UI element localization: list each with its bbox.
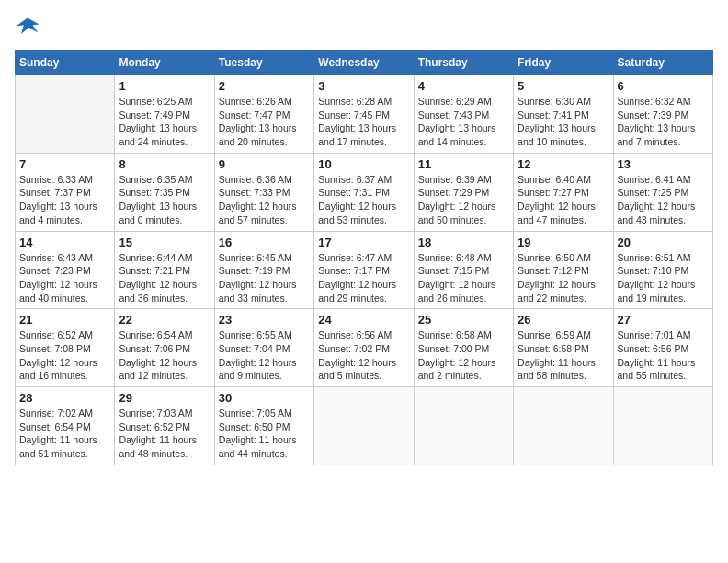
day-info: Sunrise: 6:50 AMSunset: 7:12 PMDaylight:…	[518, 251, 609, 305]
day-of-week-header: Saturday	[613, 51, 712, 75]
day-of-week-header: Tuesday	[214, 51, 313, 75]
day-info: Sunrise: 6:55 AMSunset: 7:04 PMDaylight:…	[219, 328, 310, 383]
page-header	[15, 15, 713, 40]
day-of-week-header: Thursday	[414, 51, 513, 75]
day-info: Sunrise: 6:41 AMSunset: 7:25 PMDaylight:…	[618, 173, 709, 227]
calendar-cell: 28Sunrise: 7:02 AMSunset: 6:54 PMDayligh…	[16, 387, 115, 465]
calendar-week-row: 21Sunrise: 6:52 AMSunset: 7:08 PMDayligh…	[16, 309, 713, 387]
day-info: Sunrise: 7:05 AMSunset: 6:50 PMDaylight:…	[219, 407, 310, 461]
day-number: 17	[318, 236, 409, 249]
calendar-cell: 12Sunrise: 6:40 AMSunset: 7:27 PMDayligh…	[514, 153, 613, 231]
calendar-header-row: SundayMondayTuesdayWednesdayThursdayFrid…	[16, 51, 713, 75]
calendar-cell: 6Sunrise: 6:32 AMSunset: 7:39 PMDaylight…	[613, 75, 712, 154]
calendar-cell: 8Sunrise: 6:35 AMSunset: 7:35 PMDaylight…	[115, 153, 214, 231]
day-info: Sunrise: 6:30 AMSunset: 7:41 PMDaylight:…	[518, 95, 609, 149]
day-info: Sunrise: 6:48 AMSunset: 7:15 PMDaylight:…	[418, 251, 509, 305]
day-info: Sunrise: 6:44 AMSunset: 7:21 PMDaylight:…	[119, 251, 210, 305]
day-of-week-header: Friday	[514, 51, 613, 75]
day-number: 13	[618, 157, 709, 171]
day-number: 30	[219, 391, 310, 405]
day-number: 3	[318, 79, 409, 93]
day-of-week-header: Monday	[115, 51, 214, 75]
day-info: Sunrise: 6:51 AMSunset: 7:10 PMDaylight:…	[618, 251, 709, 305]
day-number: 18	[418, 236, 509, 249]
logo-bird-icon	[15, 15, 40, 40]
day-number: 20	[618, 236, 709, 249]
calendar-cell: 3Sunrise: 6:28 AMSunset: 7:45 PMDaylight…	[314, 75, 414, 154]
day-info: Sunrise: 7:01 AMSunset: 6:56 PMDaylight:…	[618, 328, 709, 383]
day-info: Sunrise: 6:47 AMSunset: 7:17 PMDaylight:…	[318, 251, 409, 305]
calendar-cell: 17Sunrise: 6:47 AMSunset: 7:17 PMDayligh…	[314, 231, 414, 309]
svg-marker-0	[16, 18, 39, 35]
day-number: 21	[19, 313, 110, 327]
day-number: 10	[318, 157, 409, 171]
day-number: 12	[518, 157, 609, 171]
day-info: Sunrise: 6:32 AMSunset: 7:39 PMDaylight:…	[618, 95, 709, 149]
calendar-cell: 16Sunrise: 6:45 AMSunset: 7:19 PMDayligh…	[214, 231, 313, 309]
day-info: Sunrise: 6:33 AMSunset: 7:37 PMDaylight:…	[19, 173, 110, 227]
day-number: 15	[119, 236, 210, 249]
day-number: 11	[418, 157, 509, 171]
day-number: 16	[219, 236, 310, 249]
calendar-cell: 20Sunrise: 6:51 AMSunset: 7:10 PMDayligh…	[613, 231, 712, 309]
day-number: 14	[19, 236, 110, 249]
day-number: 26	[518, 313, 609, 327]
day-info: Sunrise: 6:52 AMSunset: 7:08 PMDaylight:…	[19, 328, 110, 383]
calendar-cell: 10Sunrise: 6:37 AMSunset: 7:31 PMDayligh…	[314, 153, 414, 231]
logo	[15, 15, 44, 40]
calendar-cell: 18Sunrise: 6:48 AMSunset: 7:15 PMDayligh…	[414, 231, 513, 309]
calendar-week-row: 28Sunrise: 7:02 AMSunset: 6:54 PMDayligh…	[16, 387, 713, 465]
day-number: 28	[19, 391, 110, 405]
calendar-week-row: 7Sunrise: 6:33 AMSunset: 7:37 PMDaylight…	[16, 153, 713, 231]
day-number: 1	[119, 79, 210, 93]
day-number: 27	[618, 313, 709, 327]
day-number: 5	[518, 79, 609, 93]
calendar-cell: 22Sunrise: 6:54 AMSunset: 7:06 PMDayligh…	[115, 309, 214, 387]
day-info: Sunrise: 6:56 AMSunset: 7:02 PMDaylight:…	[318, 328, 409, 383]
calendar-cell: 15Sunrise: 6:44 AMSunset: 7:21 PMDayligh…	[115, 231, 214, 309]
day-info: Sunrise: 6:45 AMSunset: 7:19 PMDaylight:…	[219, 251, 310, 305]
day-number: 19	[518, 236, 609, 249]
day-number: 25	[418, 313, 509, 327]
day-number: 6	[618, 79, 709, 93]
day-number: 8	[119, 157, 210, 171]
calendar-cell: 9Sunrise: 6:36 AMSunset: 7:33 PMDaylight…	[214, 153, 313, 231]
calendar-cell: 24Sunrise: 6:56 AMSunset: 7:02 PMDayligh…	[314, 309, 414, 387]
calendar-table: SundayMondayTuesdayWednesdayThursdayFrid…	[15, 50, 713, 465]
calendar-cell: 13Sunrise: 6:41 AMSunset: 7:25 PMDayligh…	[613, 153, 712, 231]
day-info: Sunrise: 6:37 AMSunset: 7:31 PMDaylight:…	[318, 173, 409, 227]
calendar-cell	[16, 75, 115, 154]
calendar-cell	[613, 387, 712, 465]
calendar-week-row: 1Sunrise: 6:25 AMSunset: 7:49 PMDaylight…	[16, 75, 713, 154]
calendar-cell	[314, 387, 414, 465]
calendar-cell: 27Sunrise: 7:01 AMSunset: 6:56 PMDayligh…	[613, 309, 712, 387]
calendar-cell	[414, 387, 513, 465]
day-info: Sunrise: 6:26 AMSunset: 7:47 PMDaylight:…	[219, 95, 310, 149]
day-info: Sunrise: 6:28 AMSunset: 7:45 PMDaylight:…	[318, 95, 409, 149]
calendar-week-row: 14Sunrise: 6:43 AMSunset: 7:23 PMDayligh…	[16, 231, 713, 309]
day-number: 22	[119, 313, 210, 327]
day-info: Sunrise: 6:40 AMSunset: 7:27 PMDaylight:…	[518, 173, 609, 227]
calendar-cell: 1Sunrise: 6:25 AMSunset: 7:49 PMDaylight…	[115, 75, 214, 154]
day-info: Sunrise: 6:25 AMSunset: 7:49 PMDaylight:…	[119, 95, 210, 149]
calendar-cell	[514, 387, 613, 465]
calendar-cell: 19Sunrise: 6:50 AMSunset: 7:12 PMDayligh…	[514, 231, 613, 309]
day-info: Sunrise: 6:29 AMSunset: 7:43 PMDaylight:…	[418, 95, 509, 149]
calendar-cell: 21Sunrise: 6:52 AMSunset: 7:08 PMDayligh…	[16, 309, 115, 387]
calendar-cell: 5Sunrise: 6:30 AMSunset: 7:41 PMDaylight…	[514, 75, 613, 154]
day-number: 23	[219, 313, 310, 327]
day-of-week-header: Sunday	[16, 51, 115, 75]
calendar-cell: 26Sunrise: 6:59 AMSunset: 6:58 PMDayligh…	[514, 309, 613, 387]
day-info: Sunrise: 7:02 AMSunset: 6:54 PMDaylight:…	[19, 407, 110, 461]
day-number: 9	[219, 157, 310, 171]
calendar-cell: 14Sunrise: 6:43 AMSunset: 7:23 PMDayligh…	[16, 231, 115, 309]
day-number: 2	[219, 79, 310, 93]
calendar-cell: 2Sunrise: 6:26 AMSunset: 7:47 PMDaylight…	[214, 75, 313, 154]
calendar-cell: 23Sunrise: 6:55 AMSunset: 7:04 PMDayligh…	[214, 309, 313, 387]
day-number: 7	[19, 157, 110, 171]
calendar-cell: 4Sunrise: 6:29 AMSunset: 7:43 PMDaylight…	[414, 75, 513, 154]
calendar-cell: 30Sunrise: 7:05 AMSunset: 6:50 PMDayligh…	[214, 387, 313, 465]
day-info: Sunrise: 6:43 AMSunset: 7:23 PMDaylight:…	[19, 251, 110, 305]
calendar-cell: 29Sunrise: 7:03 AMSunset: 6:52 PMDayligh…	[115, 387, 214, 465]
day-info: Sunrise: 7:03 AMSunset: 6:52 PMDaylight:…	[119, 407, 210, 461]
